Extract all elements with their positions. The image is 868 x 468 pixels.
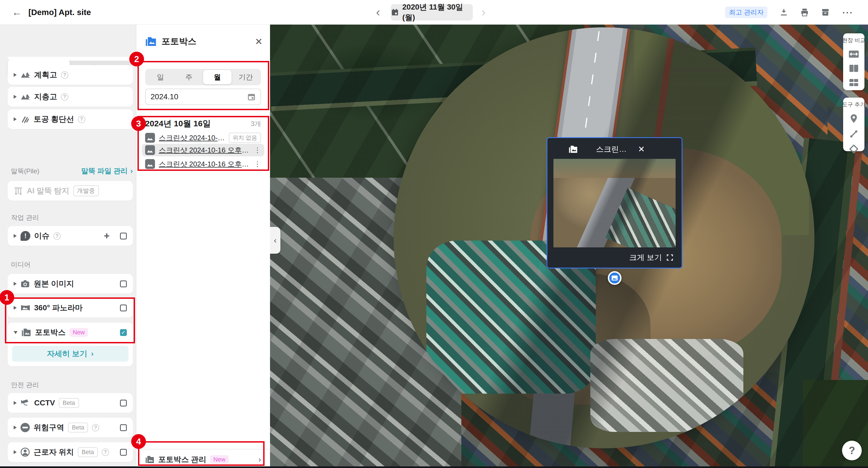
role-badge: 최고 관리자 [725,6,768,18]
back-icon[interactable]: ← [12,7,22,17]
original-images-checkbox[interactable] [120,280,127,287]
help-icon[interactable]: ? [53,232,61,240]
pile-file-manage-label: 말뚝 파일 관리 [81,166,128,176]
section-title-media: 미디어 [11,260,31,269]
annotation-circle-3: 3 [131,116,146,131]
panel-collapse-handle[interactable]: ‹ [270,227,280,254]
calendar-icon [391,8,399,17]
screenshot-popup: 스크린샷 2024-10-16 오후 3.27... ✕ 크게 보기 [547,137,682,269]
section-title-safety: 안전 관리 [11,380,39,389]
issue-pin-icon: ! [21,231,30,241]
detail-button-label: 자세히 보기 [47,348,87,359]
pin-tool-icon[interactable] [850,114,858,124]
page-title: [Demo] Apt. site [28,8,91,17]
chevron-right-icon[interactable] [14,117,17,121]
mountain-icon [21,71,30,79]
pile-icon [14,186,23,195]
photobox-map-marker[interactable] [608,271,621,285]
help-icon[interactable]: ? [78,116,85,123]
archive-icon[interactable] [821,8,830,17]
preview-shadow [553,159,676,247]
measure-line-icon[interactable] [849,130,858,138]
site-compare-label: 현장 비교 [842,37,866,44]
pile-file-manage-link[interactable]: 말뚝 파일 관리 › [81,166,133,176]
annotation-circle-2: 2 [129,52,144,66]
map-canvas[interactable]: ‹ 스크린샷 2024-10-16 오후 3.27... ✕ 크게 보기 [270,25,868,468]
layer-item-danger-zone[interactable]: 위험구역 Beta ? [8,418,133,437]
popup-title: 스크린샷 2024-10-16 오후 3.27... [596,144,634,154]
window-bottom-edge [0,466,868,468]
expand-icon [666,254,674,261]
layer-item-cross-section[interactable]: 토공 횡단선 ? [8,110,133,129]
chevron-right-icon[interactable] [14,401,17,405]
layer-label: 토공 횡단선 [34,114,74,124]
panel-title: 포토박스 [161,35,196,48]
top-bar: ← [Demo] Apt. site ‹ 2020년 11월 30일 (월) ›… [0,0,868,25]
layer-item-cctv[interactable]: CCTV Beta [8,393,133,413]
worker-icon [21,447,30,457]
annotation-rect-2 [137,61,269,110]
split-four-icon[interactable] [849,79,859,87]
layer-item-original-images[interactable]: 원본 이미지 [8,274,133,293]
camera-icon [21,280,30,288]
split-two-icon[interactable] [849,64,859,72]
print-icon[interactable] [800,8,809,17]
section-title-work: 작업 관리 [11,213,39,222]
no-entry-icon [21,423,30,432]
scrolled-card-sliver [8,57,133,61]
date-selector[interactable]: 2020년 11월 30일 (월) [391,4,473,21]
beta-badge: Beta [59,398,79,408]
popup-enlarge-button[interactable]: 크게 보기 [629,252,674,263]
cross-section-icon [21,115,30,124]
close-icon[interactable]: ✕ [638,145,676,153]
layer-sidebar: 2D 3D 계획고 ? 지층고 ? [0,25,136,468]
danger-zone-label: 위험구역 [34,423,64,433]
ai-pile-label: AI 말뚝 탐지 [27,186,69,196]
worker-location-label: 근로자 위치 [34,447,74,457]
swipe-compare-icon[interactable] [848,50,859,58]
danger-zone-checkbox[interactable] [120,424,127,431]
help-icon[interactable]: ? [61,71,68,79]
cctv-label: CCTV [34,399,55,407]
polygon-tool-icon[interactable] [849,144,859,154]
help-icon[interactable]: ? [92,424,99,431]
app-root: ← [Demo] Apt. site ‹ 2020년 11월 30일 (월) ›… [0,0,868,468]
annotation-rect-1 [5,298,135,343]
beta-badge: Beta [68,423,88,433]
layer-item-plan-elevation[interactable]: 계획고 ? [8,65,133,85]
chevron-right-icon[interactable] [14,282,17,286]
close-icon[interactable]: ✕ [255,37,263,46]
chevron-right-icon: › [91,349,93,358]
layer-item-ai-pile: AI 말뚝 탐지 개발중 [8,181,133,201]
help-icon[interactable]: ? [102,448,109,456]
popup-preview-image[interactable] [553,159,676,247]
more-menu-icon[interactable]: ⋯ [842,10,853,14]
layer-item-worker-location[interactable]: 근로자 위치 Beta ? [8,442,133,462]
help-button[interactable]: ? [842,441,862,460]
date-label: 2020년 11월 30일 (월) [402,2,473,23]
in-development-badge: 개발중 [73,185,99,196]
chevron-right-icon[interactable] [14,450,17,454]
chevron-right-icon[interactable] [14,234,17,238]
cctv-checkbox[interactable] [120,400,127,406]
add-issue-button[interactable]: + [104,231,110,241]
date-next-button[interactable]: › [482,6,486,18]
chevron-right-icon[interactable] [14,426,17,430]
chevron-right-icon[interactable] [14,73,17,77]
add-tools-card: 도구 추가 [843,98,864,151]
annotation-rect-4 [138,441,265,466]
layer-item-strata-elevation[interactable]: 지층고 ? [8,87,133,106]
download-icon[interactable] [779,8,788,17]
section-title-pile: 말뚝(Pile) [11,167,39,176]
help-icon[interactable]: ? [61,93,68,101]
photobox-detail-button[interactable]: 자세히 보기 › [12,346,128,362]
add-tools-label: 도구 추가 [842,101,866,108]
chevron-right-icon: › [130,167,133,175]
chevron-right-icon[interactable] [14,95,17,99]
layer-label: 지층고 [34,92,57,102]
issue-label: 이슈 [34,231,50,241]
layer-item-issue[interactable]: ! 이슈 ? + [8,226,133,246]
date-prev-button[interactable]: ‹ [376,6,380,18]
worker-location-checkbox[interactable] [120,449,127,456]
issue-checkbox[interactable] [120,232,127,240]
